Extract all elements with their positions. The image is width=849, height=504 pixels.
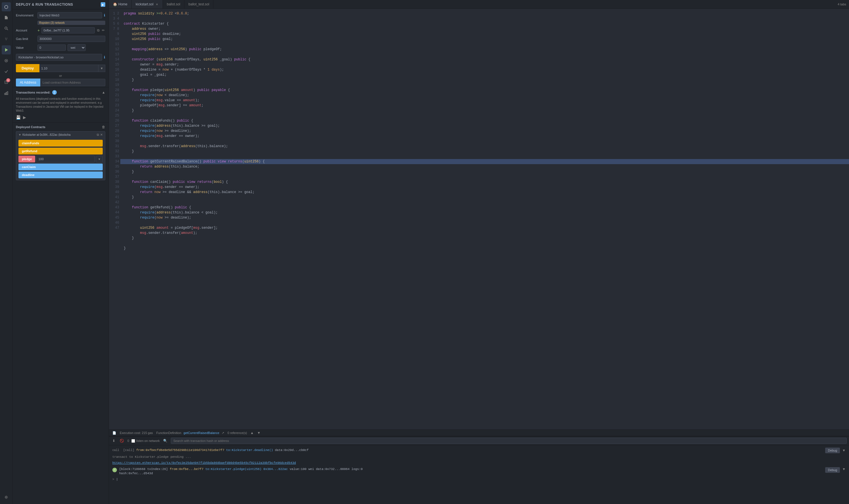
contract-select[interactable]: Kickstarter - browser/kickstart.so [16, 54, 102, 61]
contract-action-buttons: ⧉ ✕ [97, 133, 103, 137]
svg-point-8 [5, 497, 7, 498]
console-search-input[interactable] [171, 438, 847, 444]
clear-deployed-button[interactable]: 🗑 [102, 125, 105, 129]
pledge-button[interactable]: pledge [18, 156, 35, 162]
debug-success-expand[interactable]: ▼ [842, 467, 846, 471]
test-icon[interactable] [2, 67, 11, 76]
files-icon[interactable] [2, 13, 11, 22]
kickstart-tab-label: kickstart.sol [136, 2, 154, 6]
debug-success-button[interactable]: Debug [825, 467, 840, 473]
ballot-test-tab-label: ballot_test.sol [188, 2, 209, 6]
environment-select[interactable]: JavaScript VMInjected Web3Web3 Provider [37, 12, 102, 18]
deploy-row: Deploy ▼ [13, 63, 109, 73]
etherscan-link[interactable]: https://ropsten.etherscan.io/tx/0xfec3e2… [112, 461, 296, 465]
kickstart-tab-close[interactable]: ✕ [155, 3, 159, 6]
account-select[interactable]: 0xfbe...be7f7 (1.95 [41, 27, 95, 33]
deploy-value-input[interactable] [39, 65, 99, 72]
claimfunds-button[interactable]: claimFunds [18, 140, 103, 147]
status-down-button[interactable]: ▼ [257, 431, 260, 435]
console-content: call [call] from:0xfbecfd6e8e5d755d298b1… [109, 445, 849, 504]
contract-toggle-button[interactable]: ▼ [18, 133, 21, 136]
unit-select[interactable]: wei gwei finney ether [68, 44, 86, 51]
tab-home[interactable]: 🏠 Home [109, 0, 132, 8]
notification-badge: 8 [6, 78, 10, 82]
gas-limit-label: Gas limit [16, 37, 36, 40]
status-up-button[interactable]: ▲ [250, 431, 254, 435]
logo-icon[interactable]: ⬡ [2, 2, 11, 11]
transactions-header: Transactions recorded: 2 ▲ [16, 90, 105, 95]
panel-header: DEPLOY & RUN TRANSACTIONS ▶ [13, 0, 109, 10]
console-scroll-down-button[interactable]: ⬇ [111, 438, 116, 443]
function-definition: FunctionDefinition getCurrentRaisedBalan… [156, 431, 224, 435]
getrefund-button[interactable]: getRefund [18, 148, 103, 155]
contract-functions: claimFunds getRefund pledge ▼ canClaim d… [16, 138, 105, 180]
debug-icon[interactable] [2, 56, 11, 65]
function-def-label: FunctionDefinition [156, 431, 181, 435]
svg-marker-2 [5, 48, 8, 52]
plugin-icon[interactable]: 8 [2, 78, 11, 87]
transactions-section: Transactions recorded: 2 ▲ All transacti… [13, 87, 109, 123]
remove-contract-button[interactable]: ✕ [100, 133, 103, 137]
arrow-icon: ↗ [222, 431, 224, 435]
git-icon[interactable]: ⑂ [2, 35, 11, 44]
copy-account-button[interactable]: ⧉ [97, 28, 100, 33]
settings-icon[interactable] [2, 493, 11, 502]
references: 0 reference(s) [228, 431, 247, 435]
success-content: [block:7109668 txIndex:26] from:0xfbe...… [119, 467, 823, 476]
account-icons: ⧉ ✏ [97, 28, 105, 33]
contract-info-icon[interactable]: ℹ [104, 55, 105, 59]
left-panel: DEPLOY & RUN TRANSACTIONS ▶ Environment … [13, 0, 109, 504]
debug-call-expand[interactable]: ▼ [842, 448, 846, 452]
transactions-description: All transactions (deployed contracts and… [16, 97, 105, 113]
home-tab-label: Home [118, 2, 127, 6]
execution-cost: Execution cost: 215 gas [120, 431, 153, 435]
tab-kickstart[interactable]: kickstart.sol ✕ [132, 0, 163, 8]
deadline-button[interactable]: deadline [18, 172, 103, 178]
deploy-arrow-button[interactable]: ▼ [99, 65, 105, 72]
code-content[interactable]: pragma solidity >=0.4.22 <0.6.0; contrac… [120, 9, 849, 429]
console-pending-entry: transact to Kickstarter.pledge pending .… [112, 455, 846, 459]
account-plus-icon[interactable]: + [37, 28, 40, 33]
pledge-input[interactable] [36, 156, 95, 162]
at-address-button[interactable]: At Address [16, 78, 40, 87]
gas-limit-row: Gas limit [16, 36, 105, 42]
transactions-count-badge: 2 [52, 90, 57, 95]
console-link-entry: https://ropsten.etherscan.io/tx/0xfec3e2… [112, 461, 846, 465]
save-transactions-button[interactable]: 💾 [16, 115, 21, 120]
canclaim-button[interactable]: canClaim [18, 164, 103, 170]
analytics-icon[interactable] [2, 88, 11, 97]
environment-info-icon[interactable]: ℹ [104, 13, 105, 17]
debug-call-button[interactable]: Debug [825, 448, 840, 453]
home-icon: 🏠 [113, 2, 117, 6]
pledge-arrow-button[interactable]: ▼ [96, 156, 103, 162]
load-contract-input[interactable] [40, 79, 105, 86]
transactions-collapse-button[interactable]: ▲ [102, 90, 105, 94]
network-badge: Ropsten (3) network [37, 21, 105, 25]
svg-rect-6 [6, 92, 6, 95]
tab-ballot[interactable]: ballot.sol [163, 0, 185, 8]
console-clear-button[interactable]: 🚫 [119, 438, 125, 443]
tabs-bar: 🏠 Home kickstart.sol ✕ ballot.sol ballot… [109, 0, 849, 9]
pending-text: transact to Kickstarter.pledge pending .… [112, 455, 191, 458]
deploy-button[interactable]: Deploy [16, 64, 39, 72]
gas-limit-input[interactable] [37, 36, 105, 42]
deploy-icon[interactable] [2, 46, 11, 54]
pledge-row: pledge ▼ [18, 156, 103, 162]
file-icon: 📄 [112, 431, 116, 435]
value-input[interactable] [37, 44, 66, 51]
account-label: Account [16, 29, 36, 32]
call-text: [call] from:0xfbecfd6e8e5d755d298b11e106… [123, 448, 309, 452]
search-sidebar-icon[interactable] [2, 24, 11, 33]
environment-label: Environment [16, 14, 36, 17]
code-area: 1 2 3 4 5 6 7 8 9 10 11 12 13 14 15 16 1… [109, 9, 849, 429]
console-area: ⬇ 🚫 0 listen on network 🔍 call [call] fr… [109, 436, 849, 504]
prompt-symbol: > [112, 478, 114, 481]
console-search-icon[interactable]: 🔍 [162, 438, 169, 443]
listen-network-checkbox[interactable] [132, 439, 135, 443]
edit-account-button[interactable]: ✏ [101, 28, 105, 33]
copy-contract-button[interactable]: ⧉ [97, 133, 99, 137]
environment-row: Environment JavaScript VMInjected Web3We… [16, 12, 105, 18]
listen-network-label: listen on network [136, 439, 160, 443]
tab-ballot-test[interactable]: ballot_test.sol [185, 0, 213, 8]
play-transactions-button[interactable]: ▶ [23, 115, 26, 120]
